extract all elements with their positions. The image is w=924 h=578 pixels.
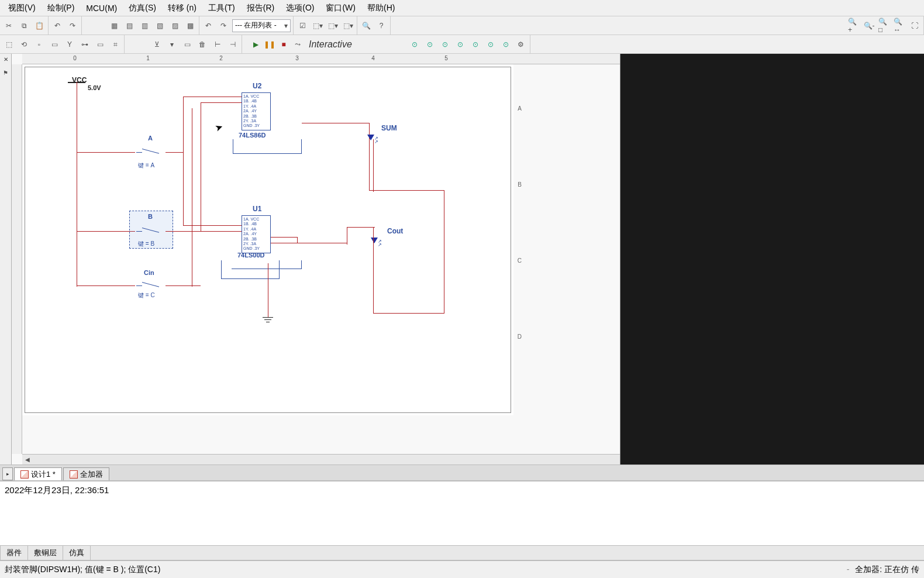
scroll-left-icon[interactable]: ◀ [22,456,33,463]
check-tool-3[interactable]: ⬚▾ [326,19,339,32]
probe-tool-2[interactable]: ⊙ [423,38,436,51]
redo-button[interactable]: ↷ [66,19,79,32]
delete-tool[interactable]: 🗑 [196,38,209,51]
tool2-1[interactable]: ⬚ [2,38,15,51]
paste-button[interactable]: 📋 [33,19,46,32]
menu-mcu[interactable]: MCU(M) [80,1,123,15]
usage-list-dropdown[interactable]: --- 在用列表 - [232,19,291,32]
probe-settings[interactable]: ⚙ [515,38,527,51]
menu-help[interactable]: 帮助(H) [361,1,401,16]
sheet-icon [70,470,78,479]
bottom-tab-sim[interactable]: 仿真 [63,546,91,560]
tool2-8[interactable]: ⌗ [109,38,122,51]
sim-stop-button[interactable]: ■ [277,38,290,51]
switch-cin-key: 键 = C [138,291,155,300]
zoom-area-button[interactable]: 🔍□ [878,19,891,32]
help-search-button[interactable]: 🔍 [360,19,373,32]
tool2-5[interactable]: Y [63,38,76,51]
undo-button[interactable]: ↶ [51,19,64,32]
nav-fwd-button[interactable]: ↷ [217,19,230,32]
sheet-tab-fulladder[interactable]: 全加器 [63,467,109,480]
tool2-6[interactable]: ⊶ [78,38,91,51]
probe-tool-5[interactable]: ⊙ [469,38,482,51]
led-sum[interactable]: ↗↗ [367,133,379,145]
zoom-full-button[interactable]: ⛶ [908,19,921,32]
align-tool-1[interactable]: ⊻ [150,38,163,51]
menu-window[interactable]: 窗口(W) [320,1,361,16]
cut-button[interactable]: ✂ [2,19,15,32]
tool2-7[interactable]: ▭ [94,38,106,51]
sheet-nav-button[interactable]: ▸ [2,467,13,480]
menu-report[interactable]: 报告(R) [241,1,280,16]
u1-part: 74LS00D [237,252,264,259]
switch-a-label: A [148,135,153,142]
log-line: 2022年12月23日, 22:36:51 [5,485,919,496]
zoom-out-button[interactable]: 🔍- [863,19,875,32]
zoom-fit-button[interactable]: 🔍↔ [893,19,906,32]
status-right: 全加器: 正在仿 传 [855,565,919,574]
u2-chip[interactable]: 1A. VCC 1B. .4B 1Y. .4A 2A. .4Y 2B. .3B … [242,92,271,130]
check-tool-2[interactable]: ⬚▾ [311,19,324,32]
u2-ref: U2 [253,82,261,90]
status-left: 封装管脚(DIPSW1H); 值(键 = B ); 位置(C1) [5,565,160,575]
probe-tool-7[interactable]: ⊙ [499,38,512,51]
led-cout[interactable]: ↗↗ [371,236,382,248]
menu-view[interactable]: 视图(V) [2,1,42,16]
log-pane: 2022年12月23日, 22:36:51 [0,481,924,545]
tool2-2[interactable]: ⟲ [18,38,30,51]
sheet-tool-3[interactable]: ▥ [138,19,151,32]
side-flag-icon[interactable]: ⚑ [0,66,12,79]
sim-pause-button[interactable]: ❚❚ [263,38,276,51]
sheet-icon [20,470,29,479]
sheet-tab-design1[interactable]: 设计1 * [14,467,62,480]
sheet-tool-1[interactable]: ▦ [108,19,120,32]
status-bar: 封装管脚(DIPSW1H); 值(键 = B ); 位置(C1) - 全加器: … [0,560,924,578]
align-tool-3[interactable]: ▭ [181,38,194,51]
ruler-vertical [12,64,22,454]
probe-tool-1[interactable]: ⊙ [408,38,421,51]
side-panel: ✕ ⚑ [0,54,12,465]
probe-tool-3[interactable]: ⊙ [439,38,451,51]
tool2-4[interactable]: ▭ [48,38,61,51]
schematic-sheet[interactable]: A B C D VCC 5.0V A 键 = A B 键 = B [22,64,513,415]
sim-mode-label: Interactive [309,39,352,50]
help-button[interactable]: ? [375,19,388,32]
check-tool-1[interactable]: ☑ [296,19,309,32]
menu-transfer[interactable]: 转移 (n) [162,1,202,16]
align-tool-2[interactable]: ▾ [166,38,178,51]
ruler-horizontal: 0 1 2 3 4 5 [22,54,620,64]
u2-part: 74LS86D [239,132,266,139]
horizontal-scrollbar[interactable]: ◀ [22,454,620,465]
check-tool-4[interactable]: ⬚▾ [342,19,354,32]
sheet-tool-5[interactable]: ▨ [168,19,181,32]
bottom-tab-bar: 器件 敷铜层 仿真 [0,545,924,560]
probe-tool-6[interactable]: ⊙ [484,38,497,51]
switch-a[interactable] [136,149,166,156]
menu-tools[interactable]: 工具(T) [202,1,241,16]
probe-tool-4[interactable]: ⊙ [454,38,467,51]
menu-options[interactable]: 选项(O) [280,1,320,16]
u1-chip[interactable]: 1A. VCC 1B. .4B 1Y. .4A 2A. .4Y 2B. .3B … [242,215,271,253]
nav-back-button[interactable]: ↶ [202,19,215,32]
copy-button[interactable]: ⧉ [18,19,30,32]
side-panel-close-icon[interactable]: ✕ [4,56,8,63]
sheet-tool-6[interactable]: ▩ [184,19,196,32]
menu-sim[interactable]: 仿真(S) [123,1,162,16]
sheet-tool-2[interactable]: ▤ [123,19,136,32]
bottom-tab-components[interactable]: 器件 [0,546,28,560]
sim-step-button[interactable]: ⤳ [291,38,304,51]
switch-b[interactable] [136,228,166,235]
align-tool-4[interactable]: ⊢ [211,38,224,51]
switch-cin-label: Cin [144,269,154,276]
switch-a-key: 键 = A [138,161,154,170]
zoom-in-button[interactable]: 🔍+ [847,19,860,32]
sheet-tool-4[interactable]: ▧ [153,19,166,32]
sim-play-button[interactable]: ▶ [249,38,262,51]
bottom-tab-copper[interactable]: 敷铜层 [28,546,63,560]
tool2-3[interactable]: ▫ [33,38,46,51]
schematic-canvas[interactable]: 0 1 2 3 4 5 A B C D VCC 5.0V A 键 [12,54,620,465]
menu-bar: 视图(V) 绘制(P) MCU(M) 仿真(S) 转移 (n) 工具(T) 报告… [0,0,924,16]
align-tool-5[interactable]: ⊣ [226,38,239,51]
switch-cin[interactable] [136,282,166,289]
menu-draw[interactable]: 绘制(P) [42,1,81,16]
